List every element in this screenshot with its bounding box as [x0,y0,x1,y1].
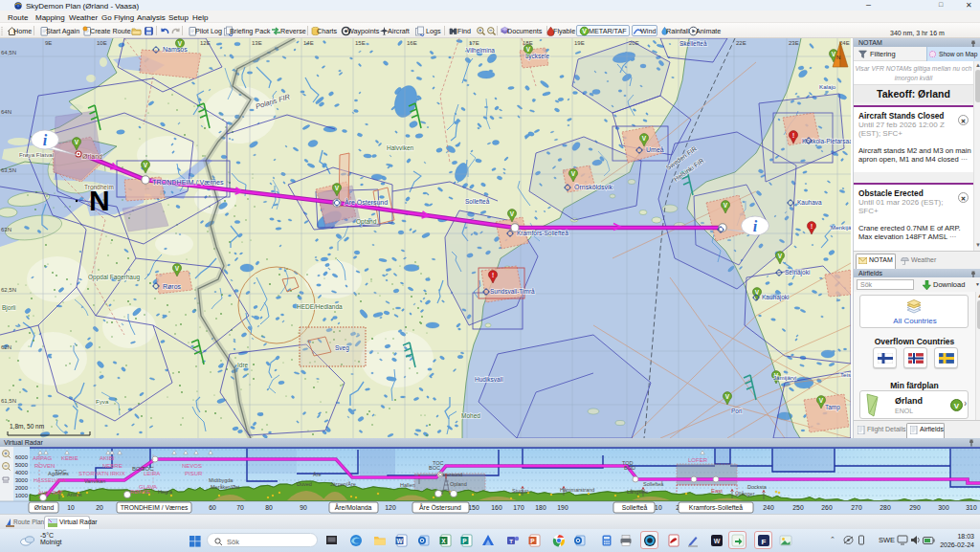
svg-text:V: V [175,265,180,272]
svg-text:2000: 2000 [15,485,29,491]
svg-text:64N: 64N [1,109,11,115]
svg-text:Sveg: Sveg [335,344,349,352]
svg-text:V: V [725,393,730,400]
svg-text:T: T [509,539,513,544]
svg-text:63,5N: 63,5N [1,167,16,173]
svg-text:Lycksele: Lycksele [525,53,549,60]
svg-text:HASSELVIKA: HASSELVIKA [33,477,66,483]
svg-text:Sollefteå: Sollefteå [622,504,648,511]
svg-text:Kalajo: Kalajo [819,83,836,90]
svg-text:20: 20 [96,504,103,511]
svg-text:Røros: Røros [163,283,182,290]
svg-text:Vilhelmina: Vilhelmina [466,47,495,54]
svg-text:V: V [642,135,647,142]
svg-text:V: V [526,46,531,53]
svg-text:6000: 6000 [15,454,29,460]
svg-text:Kramfors-Sollefteå: Kramfors-Sollefteå [517,230,568,236]
svg-text:Frøya Flatval: Frøya Flatval [19,151,54,158]
svg-text:10: 10 [67,504,75,511]
svg-text:Sollefteå: Sollefteå [465,198,490,205]
svg-text:!: ! [811,223,813,230]
svg-text:310: 310 [966,504,977,511]
svg-text:Amset: Amset [67,492,82,497]
svg-text:Tamp: Tamp [825,404,840,411]
svg-text:V: V [144,162,148,168]
svg-text:Jämijärvi: Jämijärvi [773,374,796,381]
svg-text:Vanvikan: Vanvikan [84,478,105,484]
svg-text:Åre Östersund: Åre Östersund [419,503,461,511]
svg-text:TRONDHEIM / Værnes: TRONDHEIM / Værnes [152,178,224,187]
svg-text:Ørland: Ørland [34,504,55,511]
svg-text:120: 120 [385,504,396,511]
svg-text:Hudiksvall: Hudiksvall [475,376,503,383]
svg-text:70: 70 [236,504,244,511]
svg-text:NEBRE: NEBRE [102,463,122,469]
svg-text:Skellefteå: Skellefteå [679,40,707,47]
svg-text:V: V [335,185,340,191]
svg-text:62,5N: 62,5N [1,287,16,293]
svg-text:Sollefteå: Sollefteå [643,481,664,487]
svg-text:V: V [510,210,515,217]
svg-text:Opland: Opland [450,481,467,487]
svg-text:W: W [714,538,721,544]
svg-text:Agdenes: Agdenes [48,471,69,476]
svg-text:X: X [441,538,446,544]
svg-text:NEVOS: NEVOS [182,463,202,469]
svg-text:Trondheim: Trondheim [84,184,114,190]
svg-text:15E: 15E [355,40,366,46]
svg-text:V: V [755,289,760,296]
svg-text:19E: 19E [574,40,585,46]
svg-text:V: V [724,202,728,209]
svg-text:3000: 3000 [15,477,29,483]
svg-text:Halvviken: Halvviken [387,144,414,151]
svg-text:i: i [753,218,758,234]
svg-text:AUSTRAT: AUSTRAT [38,490,63,496]
svg-text:Östersund: Östersund [438,472,462,477]
svg-text:W: W [396,538,403,544]
svg-text:Långsele: Långsele [627,489,648,495]
svg-text:PISUR: PISUR [185,471,203,476]
svg-text:P: P [462,538,467,544]
svg-text:Namsos: Namsos [163,46,188,53]
svg-text:Hallen: Hallen [400,482,415,488]
svg-text:250: 250 [792,504,804,511]
svg-text:Järpen/Åre: Järpen/Åre [330,481,356,487]
svg-text:90: 90 [300,504,307,511]
svg-text:Ørland: Ørland [82,153,102,160]
svg-text:V: V [571,170,576,177]
svg-text:60: 60 [209,504,216,511]
svg-text:63N: 63N [1,227,11,232]
svg-text:Midtbygda: Midtbygda [209,477,234,483]
svg-text:BOD: BOD [624,465,635,471]
svg-text:IRKIX: IRKIX [110,471,125,476]
svg-text:23E: 23E [789,40,799,46]
svg-text:Hammarstrand: Hammarstrand [560,487,594,493]
svg-text:Bjorli: Bjorli [2,304,15,312]
svg-text:Menkijärvi: Menkijärvi [831,224,851,231]
svg-text:22E: 22E [736,40,746,46]
svg-text:190: 190 [557,504,568,511]
svg-text:5000: 5000 [15,462,29,468]
svg-text:East: East [711,488,723,494]
svg-text:STORVATN: STORVATN [78,471,109,476]
svg-text:Kauhava: Kauhava [797,199,822,206]
svg-text:180: 180 [535,504,546,511]
svg-text:Åre Östersund: Åre Östersund [345,198,388,206]
svg-text:Sundsvall-Timrå: Sundsvall-Timrå [490,288,535,295]
svg-text:1000: 1000 [15,493,29,498]
svg-text:i: i [43,132,48,148]
svg-text:150: 150 [468,504,479,511]
svg-text:Mohed: Mohed [461,412,480,419]
svg-text:61,5N: 61,5N [1,398,16,404]
svg-text:HEDE/Hedlanda: HEDE/Hedlanda [297,303,343,310]
svg-text:160: 160 [491,504,502,511]
svg-text:260: 260 [821,504,833,511]
svg-text:64,5N: 64,5N [1,50,16,55]
svg-text:17E: 17E [469,40,479,46]
svg-text:!: ! [492,272,494,278]
svg-text:P: P [530,538,535,544]
svg-text:Stugun: Stugun [512,488,528,494]
svg-text:Kramfors-Sollefteå: Kramfors-Sollefteå [689,504,744,511]
svg-text:V: V [582,28,587,34]
svg-text:Teisko: Teisko [840,371,851,378]
